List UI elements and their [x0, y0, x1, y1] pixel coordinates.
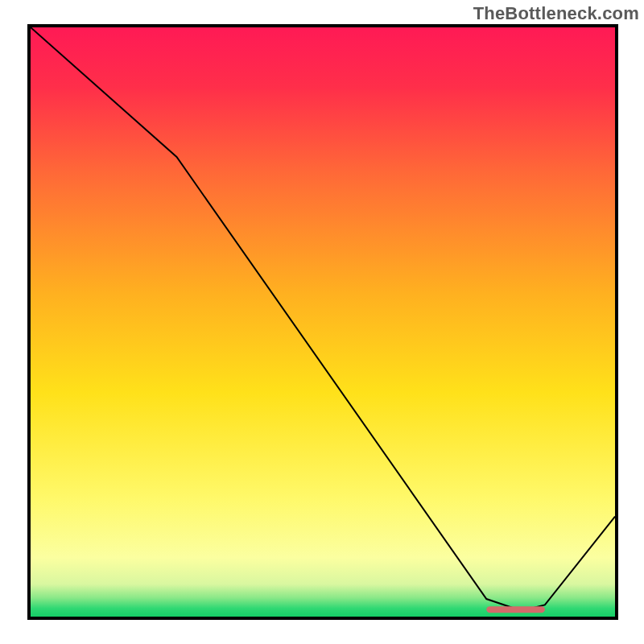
viewport: TheBottleneck.com	[0, 0, 644, 644]
watermark-text: TheBottleneck.com	[473, 3, 639, 24]
gradient-background	[31, 27, 615, 617]
chart-svg	[31, 27, 615, 617]
optimum-marker	[486, 606, 545, 613]
chart-plot-area	[27, 24, 618, 620]
